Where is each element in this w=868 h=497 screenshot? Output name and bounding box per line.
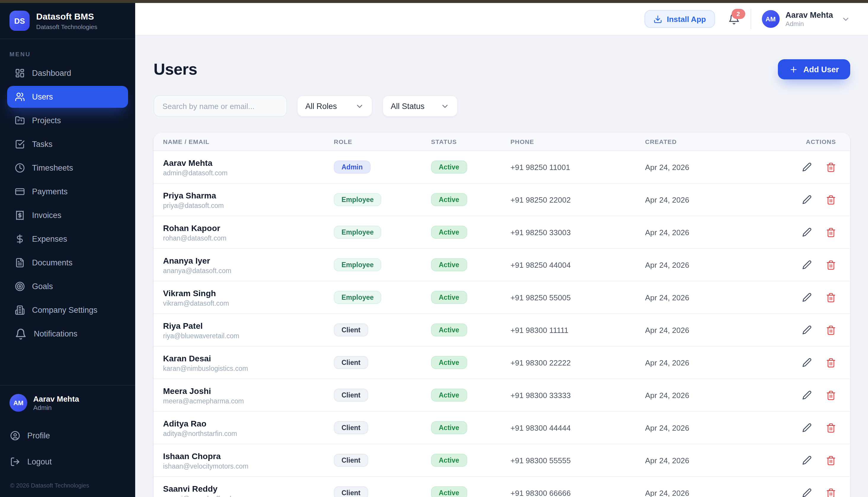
sidebar-item-users[interactable]: Users: [7, 86, 128, 108]
user-phone: +91 98300 66666: [510, 489, 645, 497]
edit-user-button[interactable]: [802, 423, 812, 433]
delete-user-button[interactable]: [826, 488, 836, 497]
delete-user-button[interactable]: [826, 227, 836, 238]
delete-user-button[interactable]: [826, 423, 836, 433]
delete-user-button[interactable]: [826, 162, 836, 172]
edit-user-button[interactable]: [802, 228, 812, 237]
delete-user-button[interactable]: [826, 390, 836, 400]
status-badge: Active: [431, 389, 467, 402]
sidebar-user-name: Aarav Mehta: [33, 394, 79, 403]
edit-user-button[interactable]: [802, 162, 812, 172]
name-email-cell: Aarav Mehta admin@datasoft.com: [163, 158, 334, 177]
delete-user-button[interactable]: [826, 456, 836, 466]
role-filter-select[interactable]: All Roles: [297, 96, 372, 117]
table-body: Aarav Mehta admin@datasoft.com Admin Act…: [154, 151, 850, 497]
user-email: admin@datasoft.com: [163, 170, 334, 177]
sidebar-item-documents[interactable]: Documents: [7, 252, 128, 274]
brand-subtitle: Datasoft Technologies: [36, 23, 97, 30]
user-menu[interactable]: AM Aarav Mehta Admin: [761, 10, 850, 28]
add-user-button[interactable]: Add User: [778, 59, 850, 80]
role-badge: Admin: [334, 161, 371, 174]
sidebar-item-dashboard[interactable]: Dashboard: [7, 62, 128, 84]
edit-user-button[interactable]: [802, 195, 812, 205]
delete-user-button[interactable]: [826, 195, 836, 205]
target-icon: [15, 281, 25, 292]
trash-icon: [826, 456, 836, 466]
user-created-date: Apr 24, 2026: [645, 228, 787, 237]
sidebar-item-payments[interactable]: Payments: [7, 181, 128, 203]
file-text-icon: [15, 258, 25, 268]
user-name: Aarav Mehta: [163, 158, 334, 168]
name-email-cell: Priya Sharma priya@datasoft.com: [163, 190, 334, 209]
name-email-cell: Saanvi Reddy saanvi@greenleaffoods.com: [163, 484, 334, 497]
menu-section-label: MENU: [0, 39, 135, 62]
sidebar-item-projects[interactable]: Projects: [7, 110, 128, 131]
delete-user-button[interactable]: [826, 293, 836, 303]
status-badge: Active: [431, 356, 467, 369]
edit-user-button[interactable]: [802, 293, 812, 302]
sidebar-item-logout[interactable]: Logout: [7, 451, 128, 473]
user-email: riya@bluewaveretail.com: [163, 332, 334, 340]
user-created-date: Apr 24, 2026: [645, 489, 787, 497]
edit-user-button[interactable]: [802, 456, 812, 465]
user-created-date: Apr 24, 2026: [645, 391, 787, 400]
avatar: AM: [761, 10, 780, 28]
sidebar-item-timesheets[interactable]: Timesheets: [7, 157, 128, 179]
user-created-date: Apr 24, 2026: [645, 196, 787, 204]
edit-user-button[interactable]: [802, 326, 812, 335]
notification-badge: 2: [731, 9, 745, 19]
sidebar-item-tasks[interactable]: Tasks: [7, 133, 128, 155]
user-created-date: Apr 24, 2026: [645, 456, 787, 465]
users-page: Users Add User All Roles All Status: [135, 36, 868, 497]
edit-user-button[interactable]: [802, 260, 812, 270]
name-email-cell: Vikram Singh vikram@datasoft.com: [163, 288, 334, 307]
delete-user-button[interactable]: [826, 358, 836, 368]
user-created-date: Apr 24, 2026: [645, 326, 787, 335]
sidebar-item-company-settings[interactable]: Company Settings: [7, 299, 128, 321]
status-filter-select[interactable]: All Status: [382, 96, 458, 117]
sidebar-item-expenses[interactable]: Expenses: [7, 228, 128, 250]
user-name: Ishaan Chopra: [163, 451, 334, 461]
name-email-cell: Rohan Kapoor rohan@datasoft.com: [163, 223, 334, 242]
user-email: karan@nimbuslogistics.com: [163, 365, 334, 372]
user-created-date: Apr 24, 2026: [645, 293, 787, 302]
trash-icon: [826, 325, 836, 335]
role-badge: Employee: [334, 194, 382, 207]
role-badge: Client: [334, 454, 368, 467]
copyright: © 2026 Datasoft Technologies: [7, 473, 128, 491]
sidebar-item-profile[interactable]: Profile: [7, 425, 128, 446]
user-name: Meera Joshi: [163, 386, 334, 396]
user-phone: +91 98300 22222: [510, 358, 645, 367]
delete-user-button[interactable]: [826, 260, 836, 270]
notifications-button[interactable]: 2: [728, 13, 740, 25]
table-header-row: NAME / EMAIL ROLE STATUS PHONE CREATED A…: [154, 133, 850, 151]
credit-card-icon: [15, 187, 25, 197]
add-user-label: Add User: [803, 65, 839, 74]
user-email: meera@acmepharma.com: [163, 398, 334, 405]
sidebar-item-notifications[interactable]: Notifications: [7, 323, 128, 345]
user-name: Vikram Singh: [163, 288, 334, 298]
sidebar-item-invoices[interactable]: Invoices: [7, 204, 128, 226]
search-input[interactable]: [154, 96, 287, 117]
pencil-icon: [802, 390, 812, 400]
user-created-date: Apr 24, 2026: [645, 358, 787, 367]
edit-user-button[interactable]: [802, 358, 812, 368]
user-name: Ananya Iyer: [163, 256, 334, 266]
pencil-icon: [802, 195, 812, 205]
edit-user-button[interactable]: [802, 390, 812, 400]
plus-icon: [789, 65, 798, 74]
col-header-status: STATUS: [431, 138, 510, 145]
building-icon: [15, 305, 25, 315]
role-badge: Client: [334, 487, 368, 497]
install-app-button[interactable]: Install App: [644, 10, 715, 28]
user-email: rohan@datasoft.com: [163, 235, 334, 242]
sidebar-item-goals[interactable]: Goals: [7, 275, 128, 297]
user-name: Aditya Rao: [163, 418, 334, 429]
delete-user-button[interactable]: [826, 325, 836, 335]
status-badge: Active: [431, 422, 467, 435]
pencil-icon: [802, 260, 812, 270]
edit-user-button[interactable]: [802, 488, 812, 497]
chevron-down-icon: [441, 102, 450, 111]
user-name: Riya Patel: [163, 321, 334, 331]
divider: [750, 9, 751, 29]
